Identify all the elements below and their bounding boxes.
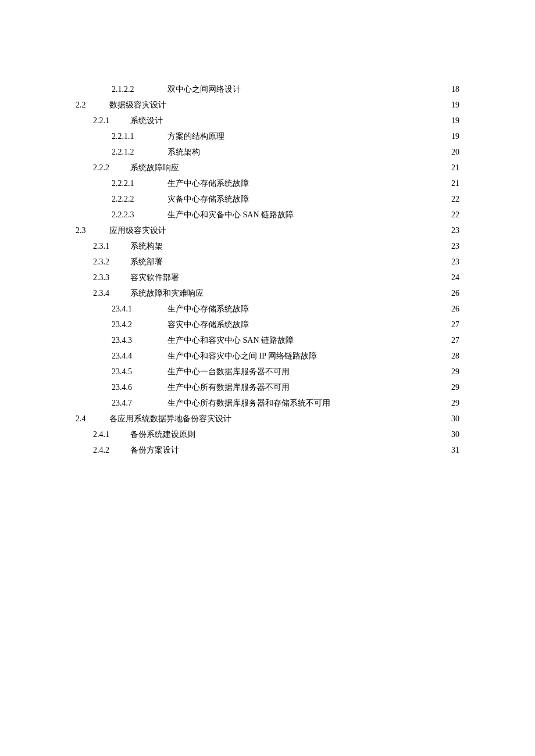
toc-page: 29	[451, 379, 459, 395]
toc-page: 26	[451, 301, 459, 317]
toc-title: 各应用系统数据异地备份容灾设计	[109, 411, 231, 427]
toc-entry[interactable]: 2.3.4系统故障和灾难响应26	[76, 285, 459, 301]
toc-page: 23	[451, 223, 459, 238]
toc-number: 2.2.2.3	[112, 207, 167, 223]
toc-title: 生产中心和容灾中心 SAN 链路故障	[167, 332, 294, 348]
toc-title: 容灾软件部署	[130, 270, 179, 285]
toc-page: 19	[451, 97, 459, 113]
toc-title: 系统架构	[167, 144, 200, 160]
toc-number: 2.2.1.1	[112, 128, 167, 144]
toc-page: 27	[451, 317, 459, 332]
toc-entry[interactable]: 2.2.1.1方案的结构原理19	[76, 128, 459, 144]
toc-entry[interactable]: 2.2.2系统故障响应21	[76, 160, 459, 175]
toc-page: 24	[451, 270, 459, 285]
toc-title: 生产中心存储系统故障	[167, 301, 249, 317]
toc-page: 20	[451, 144, 459, 160]
toc-number: 2.2	[76, 97, 109, 113]
toc-entry[interactable]: 23.4.3生产中心和容灾中心 SAN 链路故障27	[76, 332, 459, 348]
toc-page: 30	[451, 427, 459, 442]
toc-page: 31	[451, 442, 459, 458]
toc-entry[interactable]: 23.4.2容灾中心存储系统故障27	[76, 317, 459, 332]
toc-number: 2.2.2.2	[112, 191, 167, 207]
toc-title: 备份系统建设原则	[130, 427, 195, 442]
toc-title: 系统故障和灾难响应	[130, 285, 204, 301]
toc-title: 生产中心所有数据库服务器不可用	[167, 379, 290, 395]
toc-entry[interactable]: 2.3应用级容灾设计23	[76, 223, 459, 238]
toc-entry[interactable]: 2.2数据级容灾设计19	[76, 97, 459, 113]
toc-page: 19	[451, 113, 459, 128]
toc-number: 23.4.1	[112, 301, 167, 317]
toc-entry[interactable]: 23.4.7生产中心所有数据库服务器和存储系统不可用29	[76, 395, 459, 411]
toc-title: 应用级容灾设计	[109, 223, 166, 238]
toc-title: 方案的结构原理	[167, 128, 224, 144]
toc-page: 21	[451, 175, 459, 191]
toc-title: 生产中心和灾备中心 SAN 链路故障	[167, 207, 294, 223]
toc-title: 生产中心一台数据库服务器不可用	[167, 364, 290, 379]
toc-page: 28	[451, 348, 459, 364]
toc-number: 2.2.1	[93, 113, 130, 128]
toc-number: 2.3.2	[93, 254, 130, 270]
toc-entry[interactable]: 2.2.2.2灾备中心存储系统故障22	[76, 191, 459, 207]
toc-number: 2.1.2.2	[112, 81, 167, 97]
toc-entry[interactable]: 2.3.2系统部署23	[76, 254, 459, 270]
toc-number: 2.3.4	[93, 285, 130, 301]
toc-title: 系统构架	[130, 238, 163, 254]
toc-number: 2.3.1	[93, 238, 130, 254]
toc-entry[interactable]: 2.3.1系统构架23	[76, 238, 459, 254]
toc-number: 23.4.4	[112, 348, 167, 364]
toc-number: 23.4.3	[112, 332, 167, 348]
toc-page: 22	[451, 191, 459, 207]
toc-entry[interactable]: 2.2.2.3生产中心和灾备中心 SAN 链路故障22	[76, 207, 459, 223]
toc-entry[interactable]: 2.3.3容灾软件部署24	[76, 270, 459, 285]
table-of-contents: 2.1.2.2双中心之间网络设计182.2数据级容灾设计192.2.1系统设计1…	[76, 81, 459, 458]
toc-page: 19	[451, 128, 459, 144]
toc-page: 27	[451, 332, 459, 348]
toc-page: 22	[451, 207, 459, 223]
toc-number: 2.4.2	[93, 442, 130, 458]
toc-number: 2.4	[76, 411, 109, 427]
toc-entry[interactable]: 2.1.2.2双中心之间网络设计18	[76, 81, 459, 97]
toc-page: 29	[451, 395, 459, 411]
toc-page: 21	[451, 160, 459, 175]
toc-page: 26	[451, 285, 459, 301]
toc-entry[interactable]: 2.2.1系统设计19	[76, 113, 459, 128]
toc-number: 2.3.3	[93, 270, 130, 285]
toc-number: 2.2.1.2	[112, 144, 167, 160]
toc-title: 生产中心存储系统故障	[167, 175, 249, 191]
toc-entry[interactable]: 2.4.2备份方案设计31	[76, 442, 459, 458]
toc-entry[interactable]: 23.4.4生产中心和容灾中心之间 IP 网络链路故障28	[76, 348, 459, 364]
toc-entry[interactable]: 2.2.2.1生产中心存储系统故障21	[76, 175, 459, 191]
toc-number: 23.4.6	[112, 379, 167, 395]
toc-title: 生产中心和容灾中心之间 IP 网络链路故障	[167, 348, 317, 364]
toc-entry[interactable]: 2.2.1.2系统架构20	[76, 144, 459, 160]
toc-entry[interactable]: 23.4.1生产中心存储系统故障26	[76, 301, 459, 317]
toc-number: 2.3	[76, 223, 109, 238]
toc-page: 23	[451, 254, 459, 270]
toc-title: 备份方案设计	[130, 442, 179, 458]
toc-title: 生产中心所有数据库服务器和存储系统不可用	[167, 395, 330, 411]
toc-title: 双中心之间网络设计	[167, 81, 241, 97]
toc-number: 2.2.2.1	[112, 175, 167, 191]
toc-number: 2.4.1	[93, 427, 130, 442]
toc-page: 30	[451, 411, 459, 427]
toc-page: 18	[451, 81, 459, 97]
toc-entry[interactable]: 23.4.5生产中心一台数据库服务器不可用29	[76, 364, 459, 379]
toc-title: 系统故障响应	[130, 160, 179, 175]
toc-title: 系统设计	[130, 113, 163, 128]
toc-title: 灾备中心存储系统故障	[167, 191, 249, 207]
toc-number: 23.4.5	[112, 364, 167, 379]
toc-entry[interactable]: 23.4.6生产中心所有数据库服务器不可用29	[76, 379, 459, 395]
toc-number: 2.2.2	[93, 160, 130, 175]
toc-number: 23.4.2	[112, 317, 167, 332]
toc-entry[interactable]: 2.4各应用系统数据异地备份容灾设计30	[76, 411, 459, 427]
toc-entry[interactable]: 2.4.1备份系统建设原则30	[76, 427, 459, 442]
toc-number: 23.4.7	[112, 395, 167, 411]
toc-page: 29	[451, 364, 459, 379]
toc-title: 系统部署	[130, 254, 163, 270]
toc-title: 数据级容灾设计	[109, 97, 166, 113]
toc-page: 23	[451, 238, 459, 254]
toc-title: 容灾中心存储系统故障	[167, 317, 249, 332]
